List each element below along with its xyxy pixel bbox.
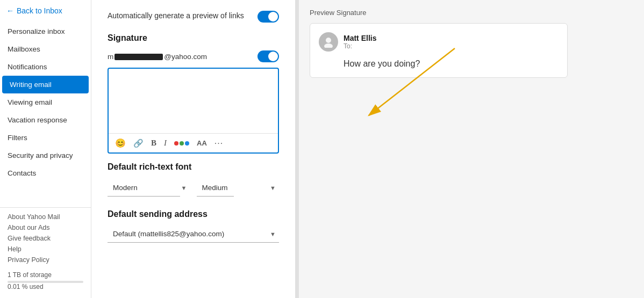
sidebar-nav: Personalize inboxMailboxesNotificationsW… bbox=[0, 20, 91, 207]
sidebar-item-vacation-response[interactable]: Vacation response bbox=[0, 111, 91, 129]
back-to-inbox-button[interactable]: ← Back to Inbox bbox=[0, 0, 91, 20]
sidebar-item-personalize-inbox[interactable]: Personalize inbox bbox=[0, 23, 91, 40]
main-settings-panel: Automatically generate a preview of link… bbox=[91, 0, 296, 298]
storage-label: 1 TB of storage bbox=[8, 271, 83, 279]
signature-section: Signature m@yahoo.com 😊 🔗 B I bbox=[108, 33, 279, 154]
italic-button[interactable]: I bbox=[164, 139, 167, 148]
back-arrow-icon: ← bbox=[6, 6, 14, 15]
default-font-title: Default rich-text font bbox=[108, 162, 279, 172]
signature-slider bbox=[257, 50, 279, 62]
sidebar-item-viewing-email[interactable]: Viewing email bbox=[0, 93, 91, 111]
font-dropdown-row: Modern Classic Arial Times New Roman ▼ M… bbox=[108, 179, 279, 197]
svg-point-0 bbox=[326, 38, 331, 43]
email-redacted bbox=[115, 54, 163, 60]
footer-link-privacy-policy[interactable]: Privacy Policy bbox=[8, 256, 83, 264]
sidebar-item-writing-email[interactable]: Writing email bbox=[2, 76, 89, 93]
preview-panel: Preview Signature Matt Ellis To: How are… bbox=[299, 0, 644, 298]
sending-address-wrapper: Default (mattellis825@yahoo.com) ▼ bbox=[108, 226, 279, 243]
dot-green bbox=[180, 141, 184, 146]
footer-links: About Yahoo MailAbout our AdsGive feedba… bbox=[8, 213, 83, 264]
default-sending-section: Default sending address Default (mattell… bbox=[108, 209, 279, 243]
footer-link-give-feedback[interactable]: Give feedback bbox=[8, 235, 83, 242]
dot-blue bbox=[185, 141, 189, 146]
sending-address-select[interactable]: Default (mattellis825@yahoo.com) bbox=[108, 226, 279, 243]
font-name-arrow-icon: ▼ bbox=[181, 185, 187, 191]
sidebar-item-security-privacy[interactable]: Security and privacy bbox=[0, 147, 91, 164]
font-size-arrow-icon: ▼ bbox=[270, 185, 276, 191]
preview-header: Matt Ellis To: bbox=[319, 32, 559, 52]
emoji-button[interactable]: 😊 bbox=[115, 138, 126, 148]
preview-sender-name: Matt Ellis bbox=[344, 34, 376, 42]
preview-card: Matt Ellis To: How are you doing? bbox=[310, 23, 568, 78]
signature-text-area[interactable] bbox=[109, 69, 278, 133]
svg-point-1 bbox=[324, 43, 333, 48]
footer-link-help[interactable]: Help bbox=[8, 245, 83, 253]
default-font-section: Default rich-text font Modern Classic Ar… bbox=[108, 162, 279, 197]
font-color-button[interactable] bbox=[174, 141, 189, 146]
font-size-button[interactable]: AA bbox=[197, 139, 207, 147]
signature-account-email: m@yahoo.com bbox=[108, 53, 207, 61]
signature-title: Signature bbox=[108, 33, 279, 43]
auto-preview-toggle-row: Automatically generate a preview of link… bbox=[108, 11, 279, 23]
avatar bbox=[319, 32, 338, 52]
sidebar-item-contacts[interactable]: Contacts bbox=[0, 164, 91, 182]
signature-toolbar: 😊 🔗 B I AA ··· bbox=[109, 133, 278, 152]
storage-used: 0.01 % used bbox=[8, 283, 83, 290]
signature-toggle[interactable] bbox=[257, 50, 279, 62]
sidebar-footer: About Yahoo MailAbout our AdsGive feedba… bbox=[0, 207, 91, 298]
avatar-icon bbox=[323, 36, 334, 48]
auto-preview-slider bbox=[257, 11, 279, 23]
bold-button[interactable]: B bbox=[151, 139, 156, 148]
footer-link-about-yahoo-mail[interactable]: About Yahoo Mail bbox=[8, 213, 83, 221]
signature-account-row: m@yahoo.com bbox=[108, 50, 279, 62]
dot-red bbox=[174, 141, 178, 146]
sidebar-item-filters[interactable]: Filters bbox=[0, 129, 91, 147]
more-button[interactable]: ··· bbox=[214, 139, 223, 148]
font-size-wrapper: Medium Small Large ▼ bbox=[197, 179, 280, 197]
preview-message: How are you doing? bbox=[319, 59, 559, 69]
sidebar-item-notifications[interactable]: Notifications bbox=[0, 58, 91, 76]
preview-to: To: bbox=[344, 42, 376, 50]
font-name-wrapper: Modern Classic Arial Times New Roman ▼ bbox=[108, 179, 190, 197]
link-button[interactable]: 🔗 bbox=[133, 139, 144, 148]
font-name-select[interactable]: Modern Classic Arial Times New Roman bbox=[108, 179, 180, 197]
signature-editor: 😊 🔗 B I AA ··· bbox=[108, 68, 279, 154]
preview-sender-info: Matt Ellis To: bbox=[344, 34, 376, 50]
footer-link-about-our-ads[interactable]: About our Ads bbox=[8, 224, 83, 231]
auto-preview-label: Automatically generate a preview of link… bbox=[108, 11, 244, 21]
auto-preview-toggle[interactable] bbox=[257, 11, 279, 23]
preview-label: Preview Signature bbox=[310, 9, 633, 17]
sidebar: ← Back to Inbox Personalize inboxMailbox… bbox=[0, 0, 91, 298]
font-size-select[interactable]: Medium Small Large bbox=[197, 179, 234, 197]
storage-info: 1 TB of storage 0.01 % used bbox=[8, 271, 83, 290]
back-label: Back to Inbox bbox=[17, 6, 62, 15]
default-sending-title: Default sending address bbox=[108, 209, 279, 219]
sidebar-item-mailboxes[interactable]: Mailboxes bbox=[0, 40, 91, 58]
